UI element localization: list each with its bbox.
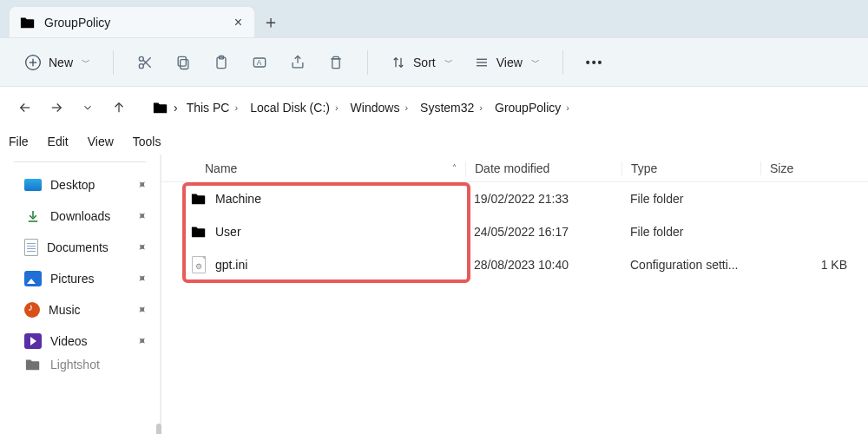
sidebar-item-videos[interactable]: Videos ✦: [0, 326, 160, 357]
new-tab-button[interactable]: ＋: [255, 6, 286, 37]
plus-circle-icon: [24, 54, 42, 71]
view-icon: [474, 55, 490, 70]
breadcrumb-local-disk[interactable]: Local Disk (C:)›: [247, 99, 341, 116]
menu-tools[interactable]: Tools: [131, 133, 163, 150]
chevron-up-icon: ˄: [452, 163, 457, 173]
sidebar-item-label: Documents: [47, 240, 108, 254]
breadcrumb-label: Local Disk (C:): [250, 101, 330, 115]
separator: [367, 50, 368, 75]
sidebar-item-desktop[interactable]: Desktop ✦: [0, 169, 160, 201]
pin-icon: ✦: [134, 270, 151, 287]
breadcrumb-grouppolicy[interactable]: GroupPolicy›: [491, 99, 573, 116]
view-button-label: View: [496, 56, 523, 69]
file-list: Name ˄ Date modified Type Size Machine 1…: [161, 155, 868, 434]
sidebar-item-music[interactable]: Music ✦: [0, 294, 160, 326]
file-type: Configuration setti...: [621, 258, 760, 272]
file-name: gpt.ini: [215, 258, 247, 272]
sort-icon: [391, 55, 406, 70]
up-button[interactable]: [109, 98, 128, 117]
sidebar-item-label: Pictures: [50, 272, 95, 286]
column-header-type[interactable]: Type: [621, 161, 760, 175]
breadcrumb-label: This PC: [187, 101, 230, 115]
chevron-right-icon[interactable]: ›: [234, 102, 238, 113]
arrow-up-icon: [111, 100, 127, 115]
chevron-down-icon: [82, 102, 94, 114]
sidebar-item-label: Downloads: [50, 209, 110, 223]
share-button[interactable]: [280, 47, 315, 78]
chevron-right-icon[interactable]: ›: [404, 102, 408, 113]
paste-button[interactable]: [204, 47, 239, 78]
file-date: 19/02/2022 21:33: [465, 192, 621, 206]
recent-locations-button[interactable]: [78, 98, 97, 117]
file-size: 1 KB: [760, 258, 856, 272]
titlebar: GroupPolicy × ＋: [0, 0, 868, 38]
column-label: Date modified: [475, 161, 549, 175]
sidebar-item-pictures[interactable]: Pictures ✦: [0, 263, 160, 294]
chevron-down-icon: ﹀: [531, 56, 540, 69]
breadcrumb-windows[interactable]: Windows›: [347, 99, 411, 116]
column-headers: Name ˄ Date modified Type Size: [161, 155, 868, 182]
file-row[interactable]: ⚙ gpt.ini 28/08/2023 10:40 Configuration…: [161, 248, 868, 281]
folder-icon: [191, 224, 207, 240]
sidebar-item-downloads[interactable]: Downloads ✦: [0, 201, 160, 232]
close-tab-button[interactable]: ×: [234, 16, 242, 30]
pin-icon: ✦: [134, 301, 151, 319]
chevron-right-icon[interactable]: ›: [174, 101, 178, 115]
rename-icon: A: [251, 54, 268, 71]
command-bar: New ﹀ A Sort: [0, 38, 868, 87]
breadcrumb-label: Windows: [351, 101, 400, 115]
menu-view[interactable]: View: [86, 133, 115, 150]
more-button[interactable]: •••: [577, 56, 613, 69]
breadcrumb-label: GroupPolicy: [495, 101, 561, 115]
forward-button[interactable]: [47, 98, 66, 117]
clipboard-icon: [213, 54, 230, 71]
file-type: File folder: [621, 225, 760, 239]
sort-button[interactable]: Sort ﹀: [382, 55, 462, 70]
folder-icon: [24, 357, 42, 372]
file-date: 28/08/2023 10:40: [465, 258, 621, 272]
new-button[interactable]: New ﹀: [16, 49, 99, 76]
address-bar[interactable]: › This PC› Local Disk (C:)› Windows› Sys…: [153, 99, 573, 116]
svg-text:A: A: [257, 58, 262, 67]
view-button[interactable]: View ﹀: [465, 55, 549, 70]
chevron-down-icon: ﹀: [444, 56, 453, 69]
menu-file[interactable]: File: [7, 133, 30, 150]
breadcrumb-this-pc[interactable]: This PC›: [183, 99, 241, 116]
delete-button[interactable]: [319, 47, 353, 78]
breadcrumb-system32[interactable]: System32›: [417, 99, 486, 116]
separator: [562, 50, 563, 75]
back-button[interactable]: [16, 98, 35, 117]
copy-button[interactable]: [166, 47, 201, 78]
chevron-down-icon: ﹀: [82, 56, 90, 69]
videos-icon: [24, 333, 42, 349]
sidebar-item-label: Desktop: [50, 178, 95, 192]
separator: [113, 50, 114, 75]
downloads-icon: [24, 207, 42, 225]
file-row[interactable]: Machine 19/02/2022 21:33 File folder: [161, 182, 868, 215]
sidebar-item-label: Videos: [50, 334, 88, 348]
column-header-date[interactable]: Date modified: [465, 161, 621, 175]
chevron-right-icon[interactable]: ›: [335, 102, 339, 113]
sidebar-item-lightshot[interactable]: Lightshot: [0, 357, 160, 372]
folder-icon: [191, 191, 207, 207]
window-tab[interactable]: GroupPolicy ×: [9, 6, 255, 37]
menu-edit[interactable]: Edit: [46, 133, 70, 150]
file-row[interactable]: User 24/05/2022 16:17 File folder: [161, 215, 868, 248]
separator: [14, 161, 146, 162]
desktop-icon: [24, 179, 42, 191]
menu-bar: File Edit View Tools: [0, 128, 868, 155]
column-header-name[interactable]: Name ˄: [161, 161, 465, 175]
main: Desktop ✦ Downloads ✦ Documents ✦ Pictur…: [0, 155, 868, 434]
file-type: File folder: [621, 192, 760, 206]
chevron-right-icon[interactable]: ›: [479, 102, 483, 113]
column-header-size[interactable]: Size: [760, 161, 856, 175]
share-icon: [289, 54, 306, 71]
sidebar-item-documents[interactable]: Documents ✦: [0, 232, 160, 263]
music-icon: [24, 302, 40, 318]
rename-button[interactable]: A: [242, 47, 277, 78]
documents-icon: [24, 239, 38, 256]
file-date: 24/05/2022 16:17: [465, 225, 621, 239]
cut-button[interactable]: [128, 47, 162, 78]
chevron-right-icon[interactable]: ›: [566, 102, 569, 113]
tab-title: GroupPolicy: [44, 16, 226, 30]
